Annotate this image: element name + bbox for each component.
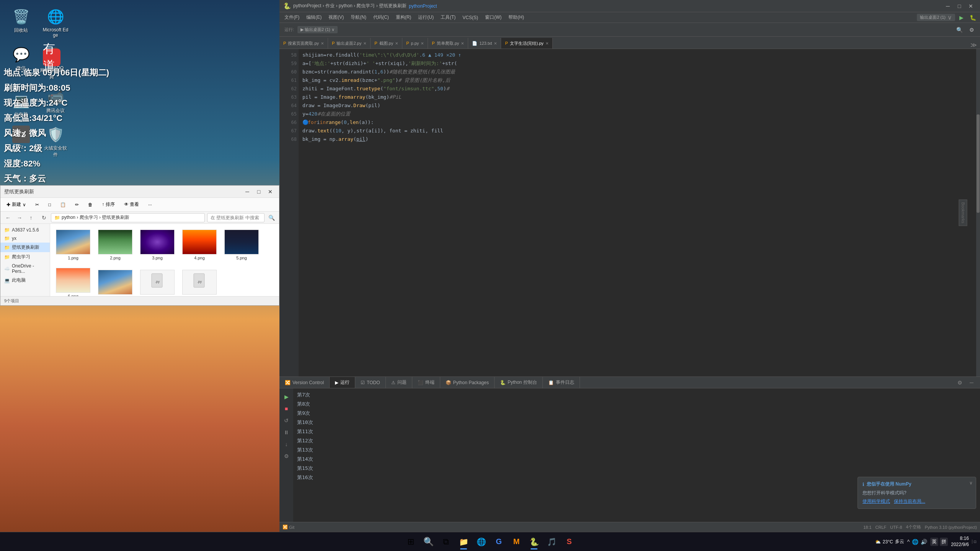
- list-item[interactable]: aaa.png: [96, 268, 134, 296]
- network-icon[interactable]: 🌐: [912, 539, 918, 545]
- recycle-bin-icon[interactable]: 🗑️ 回收站: [6, 6, 36, 40]
- taskbar-chrome[interactable]: G: [490, 533, 507, 550]
- tab-p-py[interactable]: P p.py ✕: [402, 38, 428, 49]
- pycharm-close-button[interactable]: ✕: [965, 2, 976, 10]
- taskbar-file-explorer[interactable]: 📁: [455, 533, 472, 550]
- editor-scrollbar[interactable]: [976, 49, 980, 377]
- lang-pinyin-button[interactable]: 拼: [940, 538, 948, 546]
- toolbar-debug-button[interactable]: 🐛: [967, 13, 978, 23]
- numpy-keep-layout-link[interactable]: 保持当前布局...: [894, 498, 925, 505]
- git-status[interactable]: 🔀 Git: [283, 525, 294, 530]
- volume-icon[interactable]: 🔊: [921, 539, 927, 545]
- taskbar-app-game[interactable]: S: [561, 533, 578, 550]
- tab-simple-crawler[interactable]: P 简单爬取.py ✕: [428, 38, 468, 49]
- search-button[interactable]: 🔍: [267, 213, 276, 222]
- tab-version-control[interactable]: 🔀 Version Control: [279, 377, 330, 388]
- explorer-maximize-button[interactable]: □: [254, 187, 264, 196]
- tab-text-life[interactable]: P 文字生活(完结).py ✕: [501, 38, 552, 49]
- encoding[interactable]: UTF-8: [890, 525, 902, 530]
- run-stop-button[interactable]: ■: [281, 403, 292, 414]
- run-rerun-button[interactable]: ↺: [281, 415, 292, 426]
- tab-event-log[interactable]: 📋 事件日志: [543, 377, 580, 388]
- show-hidden-icons[interactable]: ^: [907, 539, 910, 545]
- explorer-new-button[interactable]: ✚ 新建 ∨: [3, 200, 29, 209]
- run-scroll-end-button[interactable]: ↓: [281, 439, 292, 450]
- taskbar-app-music[interactable]: 🎵: [543, 533, 560, 550]
- lang-en-button[interactable]: 英: [930, 538, 938, 546]
- tab-python-packages[interactable]: 📦 Python Packages: [440, 377, 495, 388]
- line-endings[interactable]: CRLF: [875, 525, 887, 530]
- menu-view[interactable]: 视图(V): [325, 13, 347, 22]
- pycharm-maximize-button[interactable]: □: [954, 2, 965, 10]
- cursor-position[interactable]: 18:1: [863, 525, 871, 530]
- menu-edit[interactable]: 编辑(E): [303, 13, 325, 22]
- menu-code[interactable]: 代码(C): [370, 13, 392, 22]
- sidebar-item-wallpaper[interactable]: 📁 壁纸更换刷新: [0, 243, 50, 252]
- sidebar-item-yx[interactable]: 📁 yx: [0, 234, 50, 243]
- menu-vcs[interactable]: VCS(S): [459, 14, 481, 21]
- menu-tools[interactable]: 工具(T): [438, 13, 459, 22]
- tab-todo[interactable]: ☑ TODO: [355, 377, 385, 388]
- explorer-minimize-button[interactable]: ─: [242, 187, 252, 196]
- tab-problems[interactable]: ⚠ 问题: [386, 377, 412, 388]
- taskbar-pycharm[interactable]: 🐍: [526, 533, 542, 550]
- explorer-up-button[interactable]: ↑: [26, 213, 36, 222]
- tab-close-icon[interactable]: ✕: [461, 41, 464, 46]
- list-item[interactable]: 3.png: [138, 228, 176, 262]
- settings-button[interactable]: ⚙: [966, 25, 977, 35]
- toolbar-run-button[interactable]: ▶: [956, 13, 967, 23]
- list-item[interactable]: 4.png: [180, 228, 219, 262]
- run-settings-button[interactable]: ⚙: [281, 451, 292, 461]
- explorer-forward-button[interactable]: →: [15, 213, 24, 222]
- menu-window[interactable]: 窗口(W): [482, 13, 505, 22]
- tab-screenshot[interactable]: P 截图.py ✕: [371, 38, 402, 49]
- numpy-enable-scientific-link[interactable]: 使用科学模式: [862, 498, 890, 505]
- edge-icon[interactable]: 🌐 Microsoft Edge: [40, 6, 71, 40]
- menu-file[interactable]: 文件(F): [281, 13, 302, 22]
- start-button[interactable]: ⊞: [402, 533, 419, 550]
- list-item[interactable]: 2.png: [96, 228, 134, 262]
- menu-refactor[interactable]: 重构(R): [393, 13, 415, 22]
- tabs-overflow[interactable]: ≫: [967, 41, 980, 49]
- search-everywhere-button[interactable]: 🔍: [954, 25, 965, 35]
- clock[interactable]: 8:16 2022/9/6: [951, 536, 969, 548]
- task-view-button[interactable]: ⧉: [438, 533, 454, 550]
- code-editor[interactable]: shijian=re.findall('time\":\"(\d\d\D\d' …: [299, 49, 980, 377]
- list-item[interactable]: 6.png: [54, 266, 92, 296]
- list-item[interactable]: 1.png: [54, 228, 92, 262]
- search-input[interactable]: [207, 213, 265, 222]
- sidebar-item-crawler[interactable]: 📁 爬虫学习: [0, 252, 50, 262]
- explorer-refresh-button[interactable]: ↻: [39, 213, 49, 222]
- sidebar-item-my-computer[interactable]: 💻 此电脑: [0, 276, 50, 285]
- panel-close-button[interactable]: ─: [966, 378, 977, 388]
- explorer-copy-button[interactable]: □: [45, 201, 54, 209]
- tab-123-txt[interactable]: 📄 123.txt ✕: [468, 38, 501, 49]
- tab-close-icon[interactable]: ✕: [546, 41, 549, 46]
- bookmarks-tab[interactable]: Bookmarks: [959, 199, 967, 226]
- tab-run[interactable]: ▶ 运行: [330, 377, 355, 388]
- run-restart-button[interactable]: ▶: [281, 391, 292, 402]
- menu-help[interactable]: 帮助(H): [505, 13, 527, 22]
- explorer-cut-button[interactable]: ✂: [32, 201, 42, 209]
- tab-python-console[interactable]: 🐍 Python 控制台: [495, 377, 543, 388]
- list-item[interactable]: 5.png: [222, 228, 261, 262]
- tab-search-crawler[interactable]: P 搜索页面爬取.py ✕: [279, 38, 328, 49]
- explorer-paste-button[interactable]: 📋: [57, 201, 69, 209]
- explorer-close-button[interactable]: ✕: [265, 187, 275, 196]
- menu-run[interactable]: 运行(U): [415, 13, 437, 22]
- show-desktop-button[interactable]: □: [972, 540, 976, 544]
- search-button[interactable]: 🔍: [420, 533, 437, 550]
- python-interpreter[interactable]: Python 3.10 (pythonProject): [925, 525, 977, 530]
- run-pause-button[interactable]: ⏸: [281, 427, 292, 438]
- output-config[interactable]: ▶ 输出桌面2 (1) ∨: [297, 26, 338, 33]
- tab-close-icon[interactable]: ✕: [321, 41, 324, 46]
- list-item[interactable]: .py 输出桌面2.py: [180, 268, 219, 296]
- explorer-rename-button[interactable]: ✏: [72, 201, 82, 209]
- sidebar-item-onedrive[interactable]: ☁️ OneDrive - Pers...: [0, 262, 50, 276]
- run-config-selector[interactable]: 输出桌面2 (1) ∨: [917, 14, 955, 21]
- explorer-view-button[interactable]: 👁 查看: [121, 200, 142, 209]
- explorer-delete-button[interactable]: 🗑: [85, 201, 96, 209]
- list-item[interactable]: .py 截图.py: [138, 268, 176, 296]
- menu-navigate[interactable]: 导航(N): [348, 13, 369, 22]
- taskbar-idea[interactable]: M: [508, 533, 525, 550]
